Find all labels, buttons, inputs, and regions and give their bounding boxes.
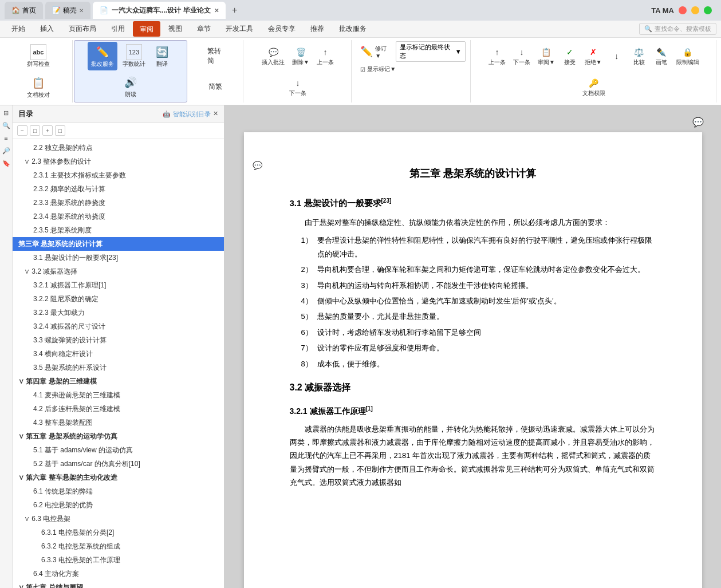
side-home-icon[interactable]: ⊞: [1, 108, 11, 118]
ribbon-tab-review[interactable]: 审阅: [133, 21, 160, 37]
prev-comment-button[interactable]: ↑ 上一条: [314, 44, 337, 68]
side-zoom-icon[interactable]: 🔍: [1, 120, 11, 131]
ribbon-tab-recommend[interactable]: 推荐: [304, 22, 331, 36]
toc-item-6-3-3[interactable]: 6.3.3 电控悬架的工作原理: [13, 553, 224, 567]
toc-add-btn[interactable]: +: [42, 125, 53, 136]
next-right-button[interactable]: ↓: [606, 48, 627, 64]
toc-item-3-3[interactable]: 3.3 螺旋弹簧的设计计算: [13, 333, 224, 347]
show-markup-btn[interactable]: ☑ 显示标记▼: [357, 64, 399, 75]
restrict-edit-button[interactable]: 🔒 限制编辑: [673, 44, 702, 68]
toc-item-6-2[interactable]: 6.2 电控悬架的优势: [13, 498, 224, 512]
track-changes-button[interactable]: ✏️ 修订▼: [357, 43, 393, 61]
next-comment-button[interactable]: ↓ 下一条: [286, 75, 309, 99]
side-nav-icon[interactable]: ≡: [1, 133, 11, 143]
document-area[interactable]: 💬 💬 第三章 悬架系统的设计计算 3.1 悬架设计的一般要求[23] 由于悬架…: [224, 105, 721, 588]
next-markup-button[interactable]: ↓ 下一条: [510, 44, 533, 68]
doc-permission-button[interactable]: 🔑 文档权限: [580, 75, 608, 99]
ribbon-tab-reference[interactable]: 引用: [104, 22, 132, 36]
toc-collapse-btn[interactable]: −: [17, 125, 27, 136]
toc-item-6-1[interactable]: 6.1 传统悬架的弊端: [13, 484, 224, 498]
list-num-1: 1）: [301, 234, 313, 261]
toc-item-5-2[interactable]: 5.2 基于 adams/car 的仿真分析[10]: [13, 457, 224, 471]
toc-item-4-1[interactable]: 4.1 麦弗逊前悬架的三维建模: [13, 388, 224, 402]
toc-item-6-3-1[interactable]: 6.3.1 电控悬架的分类[2]: [13, 526, 224, 539]
spell-check-button[interactable]: abc 拼写检查: [23, 42, 53, 70]
toc-item-5-1[interactable]: 5.1 基于 adams/view 的运动仿真: [13, 443, 224, 457]
toc-item-3-5[interactable]: 3.5 悬架系统的杆系设计: [13, 361, 224, 374]
add-tab-button[interactable]: +: [228, 3, 242, 17]
toc-item-2-3[interactable]: ∨ 2.3 整体参数的设计: [13, 155, 224, 168]
ribbon-search-box[interactable]: 🔍 查找命令、搜索模板: [639, 23, 716, 35]
toc-item-4-2[interactable]: 4.2 后多连杆悬架的三维建模: [13, 402, 224, 416]
doc-compare-button[interactable]: 📋 文档校对: [23, 73, 53, 101]
toc-item-ch6[interactable]: ∨ 第六章 整车悬架的主动化改造: [13, 471, 224, 484]
show-markup-label: 显示标记的最终状态: [400, 43, 453, 60]
compare-label: 比较: [633, 58, 645, 66]
ribbon-tab-view[interactable]: 视图: [161, 22, 189, 36]
toc-item-2-3-1[interactable]: 2.3.1 主要技术指标或主要参数: [13, 168, 224, 182]
smart-toc-button[interactable]: 🤖 智能识别目录: [163, 110, 211, 119]
toc-item-2-3-5[interactable]: 2.3.5 悬架系统刚度: [13, 223, 224, 237]
toc-settings-btn[interactable]: □: [55, 125, 65, 136]
toc-item-6-4[interactable]: 6.4 主动化方案: [13, 567, 224, 581]
accept-button[interactable]: ✓ 接受: [560, 44, 580, 68]
toc-item-3-2-1[interactable]: 3.2.1 减振器工作原理[1]: [13, 278, 224, 292]
compare-button[interactable]: ⚖️ 比较: [629, 44, 649, 68]
toc-item-3-2[interactable]: ∨ 3.2 减振器选择: [13, 265, 224, 278]
toc-item-2-2[interactable]: 2.2 独立悬架的特点: [13, 141, 224, 155]
toc-item-6-3[interactable]: ∨ 6.3 电控悬架: [13, 512, 224, 526]
trad-to-simp-button[interactable]: 繁转简: [204, 46, 227, 66]
show-markup-dropdown[interactable]: 显示标记的最终状态 ▼: [396, 41, 466, 62]
toc-item-2-3-3[interactable]: 2.3.3 悬架系统的静挠度: [13, 196, 224, 210]
review-pane-button[interactable]: 📋 审阅▼: [535, 44, 558, 68]
show-markup-text: 显示标记▼: [367, 65, 396, 73]
toc-item-3-2-4[interactable]: 3.2.4 减振器的尺寸设计: [13, 319, 224, 333]
toc-item-ch5[interactable]: ∨ 第五章 悬架系统的运动学仿真: [13, 429, 224, 443]
toc-item-ch3[interactable]: 第三章 悬架系统的设计计算: [13, 237, 224, 251]
toc-item-3-2-3[interactable]: 3.2.3 最大卸载力: [13, 306, 224, 319]
toc-item-3-2-2[interactable]: 3.2.2 阻尼系数的确定: [13, 292, 224, 306]
toc-item-2-3-4[interactable]: 2.3.4 悬架系统的动挠度: [13, 210, 224, 223]
reject-button[interactable]: ✗ 拒绝▼: [582, 44, 605, 68]
window-minimize-btn[interactable]: [691, 6, 699, 14]
tab-home[interactable]: 🏠 首页: [5, 2, 43, 19]
ribbon-tab-home[interactable]: 开始: [5, 22, 32, 36]
read-aloud-button[interactable]: 🔊 朗读: [119, 72, 142, 101]
toc-item-ch7[interactable]: ∨ 第七章 总结与展望: [13, 581, 224, 588]
ribbon-tab-layout[interactable]: 页面布局: [62, 22, 103, 36]
ribbon-tab-track[interactable]: 批改服务: [332, 22, 373, 36]
tab-doc[interactable]: 📄 一汽大众迈腾车....设计 毕业论文 ✕: [93, 2, 226, 19]
toc-item-3-1[interactable]: 3.1 悬架设计的一般要求[23]: [13, 251, 224, 265]
ribbon-group-markup: ✏️ 修订▼ 显示标记的最终状态 ▼ ☑ 显示标记▼: [353, 40, 470, 102]
delete-comment-button[interactable]: 🗑️ 删除▼: [289, 44, 312, 68]
toc-item-4-3[interactable]: 4.3 整车悬架装配图: [13, 416, 224, 429]
toc-item-6-3-2[interactable]: 6.3.2 电控悬架系统的组成: [13, 539, 224, 553]
window-close-btn[interactable]: [679, 6, 687, 14]
window-maximize-btn[interactable]: [704, 6, 712, 14]
doc-permission-icon: 🔑: [588, 77, 600, 89]
side-search-icon[interactable]: 🔎: [1, 145, 11, 156]
simp-to-trad-button[interactable]: 简繁: [204, 77, 227, 97]
restrict-edit-icon: 🔒: [681, 46, 694, 58]
side-bookmark-icon[interactable]: 🔖: [1, 158, 11, 168]
ribbon-tab-insert[interactable]: 插入: [33, 22, 61, 36]
tab-doc-close[interactable]: ✕: [214, 7, 219, 14]
toc-item-ch4[interactable]: ∨ 第四章 悬架的三维建模: [13, 374, 224, 388]
ribbon-tab-section[interactable]: 章节: [190, 22, 218, 36]
ribbon-tab-dev[interactable]: 开发工具: [219, 22, 260, 36]
ribbon-tab-member[interactable]: 会员专享: [261, 22, 302, 36]
tab-draft[interactable]: 📝 稿売 ✕: [45, 2, 90, 19]
translate-button[interactable]: 🔄 翻译: [151, 42, 174, 70]
ink-button[interactable]: ✒️ 画笔: [651, 44, 672, 68]
word-count-button[interactable]: 123 字数统计: [119, 42, 149, 70]
prev-markup-button[interactable]: ↑ 上一条: [486, 44, 509, 68]
tab-draft-close[interactable]: ✕: [79, 7, 84, 14]
toc-item-2-3-2[interactable]: 2.3.2 频率的选取与计算: [13, 182, 224, 196]
reject-icon: ✗: [587, 46, 600, 58]
toc-item-3-4[interactable]: 3.4 横向稳定杆设计: [13, 347, 224, 361]
insert-comment-button[interactable]: 💬 插入批注: [259, 44, 287, 68]
track-service-button[interactable]: ✏️ 批改服务: [88, 42, 117, 70]
toc-expand-btn[interactable]: □: [30, 125, 40, 136]
toc-close-button[interactable]: ✕: [213, 110, 218, 119]
section-3-2-1: 3.2.1 减振器工作原理[1] 减震器的供能是吸收悬架垂直振动的能量，并转化为…: [290, 405, 656, 490]
